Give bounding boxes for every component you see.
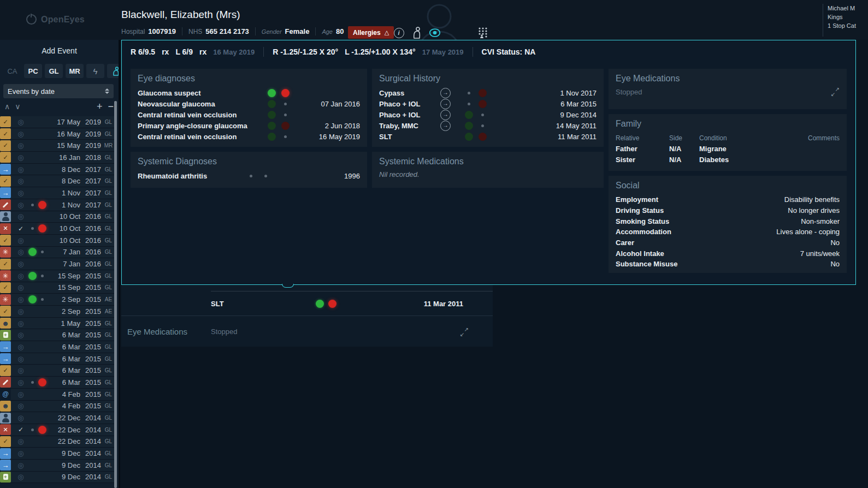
event-row[interactable]: 4 Feb 2015 GL [0,389,116,401]
open-event-arrow-icon[interactable] [440,110,451,120]
family-row: Sister N/A Diabetes [616,154,840,165]
event-row[interactable]: 9 Dec 2014 GL [0,472,116,484]
expand-icon[interactable] [831,87,840,96]
popup-collapse-notch[interactable] [282,284,294,288]
event-row[interactable]: 9 Dec 2014 GL [0,448,116,460]
left-refraction: L -1.25/+1.00 X 134° [345,47,416,56]
top-bar: OpenEyes Blackwell, Elizabeth (Mrs) Hosp… [0,0,868,40]
event-specialty: AE [101,296,116,302]
event-row[interactable]: 4 Feb 2015 GL [0,401,116,413]
event-type-icon [0,294,11,305]
event-row[interactable]: 6 Mar 2015 GL [0,365,116,377]
section-heading: Surgical History [379,74,597,84]
quick-actions-tab[interactable]: ϟ [86,64,104,78]
open-event-arrow-icon[interactable] [440,121,451,131]
event-row[interactable]: 1 Nov 2017 GL [0,199,116,211]
event-row[interactable]: 10 Oct 2016 GL [0,223,116,235]
subspecialty-tab[interactable]: PC [24,64,42,78]
expand-all-button[interactable]: + [97,102,103,111]
event-date: 7 Jan [56,248,80,256]
patient-body-button[interactable] [410,26,423,39]
eye-medications-panel: Eye Medications Stopped [609,69,847,109]
patient-info-button[interactable]: i [392,26,405,39]
open-event-arrow-icon[interactable] [440,88,451,98]
event-row[interactable]: 7 Jan 2016 GL [0,247,116,259]
social-row: Accommodation Lives alone - coping [616,227,840,237]
event-row[interactable]: 1 Nov 2017 GL [0,187,116,199]
event-row[interactable]: 1 May 2015 GL [0,318,116,330]
event-year: 2015 [80,319,101,328]
event-sort-select[interactable]: Events by date [3,84,114,98]
relative-cell: Sister [616,156,669,164]
subspecialty-tab[interactable]: MR [66,64,84,78]
eye-medications-section: Eye Medications Stopped [121,316,493,347]
event-date: 16 May [56,130,80,138]
event-row[interactable]: 9 Dec 2014 GL [0,460,116,472]
event-specialty: GL [101,261,116,267]
event-row[interactable]: 8 Dec 2017 GL [0,175,116,187]
event-row[interactable]: 22 Dec 2014 GL [0,436,116,448]
social-label: Substance Misuse [616,260,677,268]
subspecialty-tab[interactable]: GL [45,64,63,78]
event-row[interactable]: 8 Dec 2017 GL [0,164,116,176]
event-row[interactable]: 15 May 2019 MR [0,140,116,152]
collapse-up-button[interactable]: ∧ [4,102,10,111]
event-date: 17 May [56,118,80,126]
procedure-name: Traby, MMC [379,122,440,130]
event-row[interactable]: 2 Sep 2015 AE [0,294,116,306]
event-type-icon [0,460,11,471]
event-row[interactable]: 16 Jan 2018 GL [0,152,116,164]
event-row[interactable]: 6 Mar 2015 GL [0,329,116,341]
event-row[interactable]: 22 Dec 2014 GL [0,424,116,436]
user-session-info[interactable]: Michael M Kings 1 Stop Cat [823,4,868,37]
expand-icon[interactable] [460,328,469,336]
surgical-history-row: SLT 11 Mar 2011 [211,291,493,316]
event-year: 2015 [80,331,101,339]
event-row[interactable]: 7 Jan 2016 GL [0,258,116,270]
event-specialty: GL [101,225,116,231]
event-date: 9 Dec [56,449,80,457]
trials-button[interactable] [476,26,489,39]
event-specialty: AE [101,308,116,314]
event-row[interactable]: 6 Mar 2015 GL [0,377,116,389]
subspecialty-tab[interactable]: CA [3,64,21,78]
laterality-badge [28,224,37,233]
open-event-arrow-icon[interactable] [440,99,451,109]
event-row[interactable]: 10 Oct 2016 GL [0,235,116,247]
event-type-icon [0,472,11,483]
event-specialty: GL [101,462,116,468]
event-year: 2016 [80,236,101,245]
event-specialty: GL [101,131,116,137]
event-row[interactable]: 2 Sep 2015 AE [0,306,116,318]
event-row[interactable]: 6 Mar 2015 GL [0,341,116,353]
event-year: 2014 [80,449,101,457]
event-row[interactable]: 6 Mar 2015 GL [0,353,116,365]
event-row[interactable]: 10 Oct 2016 GL [0,211,116,223]
quicklook-eye-button[interactable] [428,26,441,39]
openeyes-logo[interactable]: OpenEyes [26,14,85,25]
diagnosis-year: 1996 [270,172,360,180]
add-event-button[interactable]: Add Event [0,46,119,55]
laterality-badges [27,165,56,174]
collapse-down-button[interactable]: ∨ [15,102,20,111]
patient-tab[interactable] [107,64,120,78]
procedure-name: Cypass [379,89,440,97]
event-mark-icon [14,118,27,126]
event-year: 2015 [80,355,101,363]
event-row[interactable]: 22 Dec 2014 GL [0,412,116,424]
event-date: 15 Sep [56,283,80,291]
sidebar-scrollbar[interactable] [114,101,117,488]
event-row[interactable]: 15 Sep 2015 GL [0,282,116,294]
laterality-badges [268,89,297,97]
allergies-button[interactable]: Allergies △ [348,26,394,39]
collapse-all-button[interactable]: − [108,102,114,111]
right-refraction: R -1.25/-1.25 X 20° [273,47,338,56]
laterality-badge [316,300,324,308]
section-heading: Eye Medications [616,74,840,84]
event-specialty: GL [101,284,116,290]
event-row[interactable]: 17 May 2019 GL [0,116,116,128]
event-row[interactable]: 16 May 2019 GL [0,128,116,140]
event-row[interactable]: 15 Sep 2015 GL [0,270,116,282]
event-year: 2015 [80,295,101,303]
social-label: Accommodation [616,228,671,236]
